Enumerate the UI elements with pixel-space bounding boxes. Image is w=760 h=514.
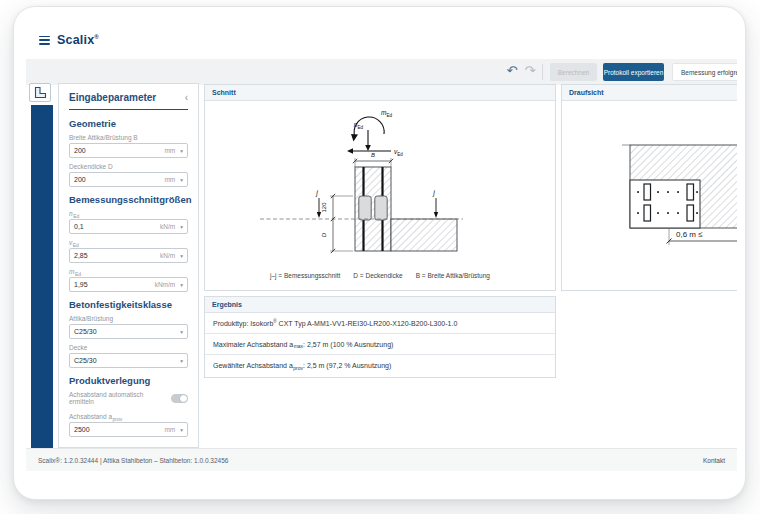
ned-input[interactable]: 0,1 kN/m ▾ — [69, 219, 188, 234]
chevron-down-icon: ▾ — [180, 282, 183, 288]
svg-text:D: D — [321, 232, 327, 237]
result-max-spacing: Maximaler Achsabstand amax: 2,57 m (100 … — [205, 334, 555, 355]
decke-concrete-select[interactable]: C25/30 ▾ — [69, 353, 188, 368]
ved-label: vEd — [69, 239, 188, 246]
module-rail-bar — [31, 105, 53, 448]
toolbar-divider — [542, 64, 543, 80]
med-label: mEd — [69, 268, 188, 275]
section-layout-heading: Produktverlegung — [69, 375, 188, 386]
width-label: Breite Attika/Brüstung B — [69, 134, 188, 141]
input-parameters-panel: Eingabeparameter ‹ Geometrie Breite Atti… — [58, 83, 199, 448]
toolbar: ↶ ↷ Berechnen Protokoll exportieren Beme… — [26, 59, 737, 85]
app-logo: Scalix® — [57, 33, 99, 47]
chevron-down-icon: ▾ — [180, 224, 183, 230]
section-geometry-heading: Geometrie — [69, 118, 188, 129]
ned-label: nEd — [69, 210, 188, 217]
app-header: Scalix® — [26, 21, 737, 59]
result-panel: Ergebnis Produkttyp: Isokorb® CXT Typ A-… — [204, 296, 556, 378]
svg-text:0,6 m ≤: 0,6 m ≤ — [676, 230, 703, 239]
med-input[interactable]: 1,95 kNm/m ▾ — [69, 277, 188, 292]
svg-text:j: j — [315, 189, 318, 197]
svg-text:nEd: nEd — [354, 121, 364, 130]
export-protocol-button[interactable]: Protokoll exportieren — [603, 63, 664, 81]
attika-module-button[interactable] — [29, 83, 51, 102]
thickness-label: Deckendicke D — [69, 163, 188, 170]
svg-text:B: B — [371, 152, 375, 158]
result-product-type: Produkttyp: Isokorb® CXT Typ A-MM1-VV1-R… — [205, 313, 555, 334]
sidebar-title: Eingabeparameter — [69, 92, 156, 103]
attika-concrete-label: Attika/Brüstung — [69, 315, 188, 322]
tablet-frame: Scalix® ↶ ↷ Berechnen Protokoll exportie… — [13, 6, 746, 500]
decke-concrete-label: Decke — [69, 344, 188, 351]
app-screen: Scalix® ↶ ↷ Berechnen Protokoll exportie… — [26, 21, 737, 487]
auto-spacing-toggle[interactable] — [171, 394, 188, 403]
sidebar-divider — [69, 109, 188, 110]
svg-text:mEd: mEd — [381, 109, 392, 118]
section-drawing: mEd nEd vEd B — [205, 101, 555, 267]
section-concrete-heading: Betonfestigkeitsklasse — [69, 299, 188, 310]
section-view-title: Schnitt — [205, 85, 555, 101]
chevron-down-icon: ▾ — [180, 358, 183, 364]
spacing-input[interactable]: 2500 mm ▾ — [69, 422, 188, 437]
legend-item: B = Breite Attika/Brüstung — [416, 272, 490, 279]
plan-drawing: 0,6 m ≤ — [562, 101, 737, 290]
calculate-button[interactable]: Berechnen — [550, 63, 597, 81]
status-bar: Scalix®: 1.2.0.32444 | Attika Stahlbeton… — [26, 448, 737, 471]
attika-module-icon — [33, 86, 47, 99]
result-title: Ergebnis — [205, 297, 555, 313]
chevron-left-icon[interactable]: ‹ — [185, 94, 188, 102]
undo-icon[interactable]: ↶ — [504, 62, 520, 80]
contact-link[interactable]: Kontakt — [703, 457, 725, 464]
chevron-down-icon: ▾ — [180, 427, 183, 433]
chevron-down-icon: ▾ — [180, 253, 183, 259]
svg-text:j: j — [432, 189, 435, 197]
auto-spacing-label: Achsabstand automatisch ermitteln — [69, 391, 169, 405]
chevron-down-icon: ▾ — [180, 148, 183, 154]
hamburger-menu-icon[interactable] — [39, 36, 50, 45]
chevron-down-icon: ▾ — [180, 329, 183, 335]
svg-text:vEd: vEd — [394, 148, 403, 157]
width-input[interactable]: 200 mm ▾ — [69, 143, 188, 158]
redo-icon[interactable]: ↷ — [522, 62, 538, 80]
spacing-label: Achsabstand aprov — [69, 413, 188, 420]
attika-concrete-select[interactable]: C25/30 ▾ — [69, 324, 188, 339]
legend-item: j–j = Bemessungsschnitt — [270, 272, 340, 279]
svg-text:120: 120 — [321, 202, 327, 213]
version-info: Scalix®: 1.2.0.32444 | Attika Stahlbeton… — [38, 457, 228, 464]
thickness-input[interactable]: 200 mm ▾ — [69, 172, 188, 187]
chevron-down-icon: ▾ — [180, 177, 183, 183]
plan-view-title: Draufsicht — [562, 85, 737, 101]
legend-item: D = Deckendicke — [353, 272, 402, 279]
drawing-legend: j–j = Bemessungsschnitt D = Deckendicke … — [205, 272, 555, 279]
plan-view-panel: Draufsicht — [561, 84, 737, 291]
section-forces-heading: Bemessungsschnittgrößen — [69, 194, 188, 205]
section-view-panel: Schnitt mEd nEd vEd — [204, 84, 556, 291]
result-chosen-spacing: Gewählter Achsabstand aprov: 2,5 m (97,2… — [205, 355, 555, 376]
status-badge: Bemessung erfolgreich — [672, 63, 737, 81]
ved-input[interactable]: 2,85 kN/m ▾ — [69, 248, 188, 263]
